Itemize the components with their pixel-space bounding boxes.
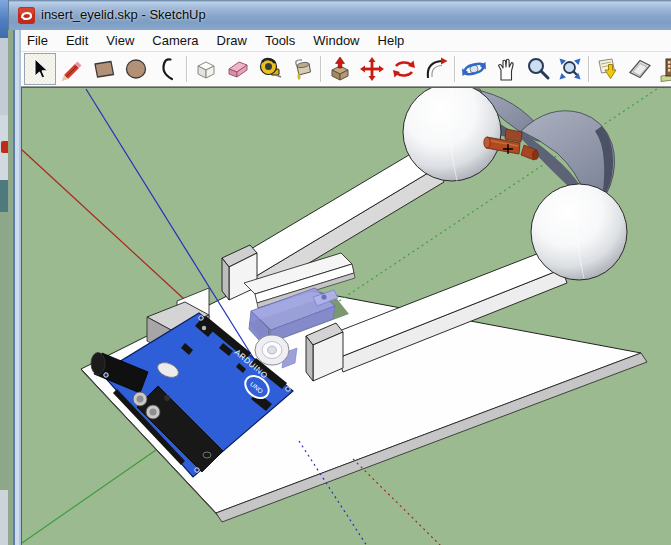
window-titlebar[interactable]: insert_eyelid.skp - SketchUp [8, 0, 671, 30]
toolbar-separator [320, 56, 322, 82]
tool-rotate-icon[interactable] [388, 53, 420, 85]
toolbar-separator [454, 56, 456, 82]
toolbar-separator [588, 56, 590, 82]
tool-arc-icon[interactable] [152, 53, 184, 85]
window-title: insert_eyelid.skp - SketchUp [41, 7, 206, 22]
tool-get-models-icon[interactable] [592, 53, 624, 85]
eyeball-right[interactable] [531, 184, 627, 280]
menu-bar: File Edit View Camera Draw Tools Window … [21, 30, 671, 52]
tool-eraser-icon[interactable] [222, 53, 254, 85]
tool-make-component-icon[interactable] [190, 53, 222, 85]
servo-shaft [255, 335, 289, 365]
tool-select-icon[interactable] [24, 53, 56, 85]
menu-camera[interactable]: Camera [143, 31, 207, 51]
tool-paint-bucket-icon[interactable] [286, 53, 318, 85]
tool-circle-icon[interactable] [120, 53, 152, 85]
tool-pan-icon[interactable] [490, 53, 522, 85]
menu-view[interactable]: View [97, 31, 143, 51]
tool-offset-icon[interactable] [420, 53, 452, 85]
tool-zoom-icon[interactable] [522, 53, 554, 85]
menu-window[interactable]: Window [304, 31, 368, 51]
tool-push-pull-icon[interactable] [324, 53, 356, 85]
menu-file[interactable]: File [21, 31, 57, 51]
viewport-container: ARDUINO UNO [21, 87, 671, 545]
tool-line-icon[interactable] [56, 53, 88, 85]
tool-rectangle-icon[interactable] [88, 53, 120, 85]
tool-orbit-icon[interactable] [458, 53, 490, 85]
background-window-titlebar-fragment [0, 0, 8, 38]
menu-tools[interactable]: Tools [256, 31, 304, 51]
toolbar [21, 52, 671, 87]
eyeball-left[interactable] [403, 88, 501, 181]
menu-edit[interactable]: Edit [57, 31, 97, 51]
menu-draw[interactable]: Draw [208, 31, 256, 51]
window-left-border [8, 30, 21, 545]
viewport-3d[interactable]: ARDUINO UNO [22, 88, 671, 545]
servo-tab-hole [321, 294, 326, 299]
toolbar-separator [186, 56, 188, 82]
tool-section-plane-icon[interactable] [624, 53, 656, 85]
menu-help[interactable]: Help [369, 31, 414, 51]
sketchup-app-icon[interactable] [18, 7, 35, 24]
tool-zoom-extents-icon[interactable] [554, 53, 586, 85]
tool-tape-measure-icon[interactable] [254, 53, 286, 85]
tool-3d-warehouse-icon[interactable] [656, 53, 671, 85]
tool-move-icon[interactable] [356, 53, 388, 85]
